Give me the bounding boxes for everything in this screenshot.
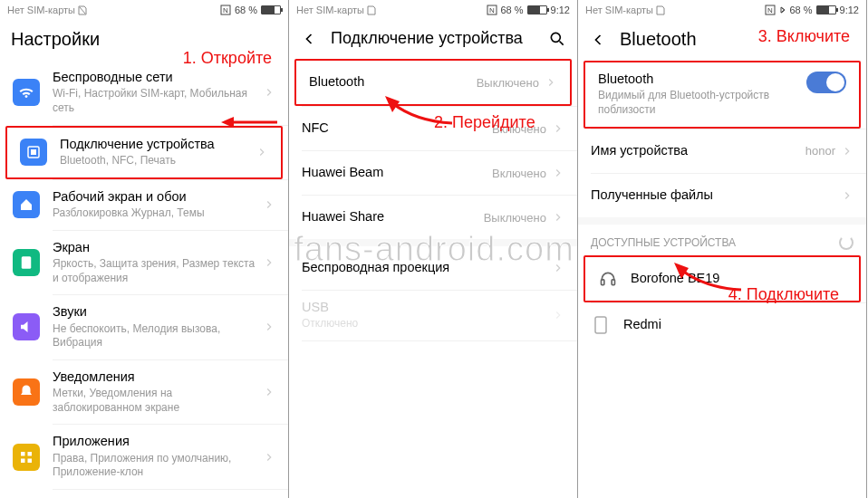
sim-status: Нет SIM-карты <box>7 5 87 15</box>
battery-icon <box>261 5 281 14</box>
row-received[interactable]: Полученные файлы <box>578 174 866 217</box>
apps-icon <box>13 444 40 471</box>
nfc-icon: N <box>220 5 231 15</box>
row-home[interactable]: Рабочий экран и обоиРазблокировка Журнал… <box>0 180 288 230</box>
svg-rect-10 <box>21 458 25 463</box>
status-bar: Нет SIM-карты N 68 % 9:12 <box>578 0 866 20</box>
bluetooth-icon <box>20 139 47 166</box>
spinner-icon <box>839 235 854 250</box>
row-wireless[interactable]: Беспроводные сетиWi-Fi, Настройки SIM-ка… <box>0 61 288 125</box>
annot-4: 4. Подключите <box>728 285 839 304</box>
status-bar: Нет SIM-карты N 68 % <box>0 0 288 20</box>
svg-rect-6 <box>31 149 36 155</box>
back-icon[interactable] <box>589 31 607 49</box>
wifi-icon <box>13 79 40 106</box>
annot-3: 3. Включите <box>758 27 850 46</box>
page-title: Подключение устройства <box>331 29 523 48</box>
svg-text:N: N <box>223 6 228 14</box>
svg-rect-7 <box>22 256 32 269</box>
row-apps[interactable]: ПриложенияПрава, Приложения по умолчанию… <box>0 425 288 489</box>
svg-line-18 <box>560 41 564 44</box>
row-battery[interactable]: БатареяРежим энергосбережения, Использов… <box>0 490 288 498</box>
svg-rect-11 <box>28 458 33 463</box>
row-beam[interactable]: Huawei Beam Включено <box>289 151 577 195</box>
row-usb: USBОтключено <box>289 291 577 340</box>
svg-rect-8 <box>21 452 25 456</box>
battery-pct: 68 % <box>235 5 257 15</box>
row-connection[interactable]: Подключение устройстваBluetooth, NFC, Пе… <box>7 128 281 177</box>
chevron-icon <box>263 86 275 99</box>
settings-list: Беспроводные сетиWi-Fi, Настройки SIM-ка… <box>0 61 288 498</box>
highlight-2: Bluetooth Выключено <box>294 59 572 106</box>
phone-icon <box>591 315 611 335</box>
annot-2: 2. Перейдите <box>434 113 535 132</box>
row-sounds[interactable]: ЗвукиНе беспокоить, Мелодия вызова, Вибр… <box>0 295 288 359</box>
svg-text:N: N <box>767 6 773 14</box>
display-icon <box>13 249 40 276</box>
section-available: ДОСТУПНЫЕ УСТРОЙСТВА <box>578 225 866 255</box>
svg-point-17 <box>551 33 560 42</box>
svg-rect-25 <box>595 317 606 333</box>
connection-pane: Нет SIM-карты N 68 % 9:12 Подключение ус… <box>289 0 578 498</box>
row-bluetooth[interactable]: Bluetooth Выключено <box>296 61 570 104</box>
sound-icon <box>13 313 40 340</box>
annot-1: 1. Откройте <box>183 49 272 68</box>
bt-status-icon <box>779 5 786 15</box>
bluetooth-pane: Нет SIM-карты N 68 % 9:12 Bluetooth 3. В… <box>578 0 867 498</box>
row-cast[interactable]: Беспроводная проекция <box>289 246 577 290</box>
highlight-1: Подключение устройстваBluetooth, NFC, Пе… <box>5 126 283 179</box>
svg-line-0 <box>80 7 85 14</box>
bell-icon <box>13 378 40 406</box>
back-icon[interactable] <box>300 30 318 48</box>
search-icon[interactable] <box>548 30 566 48</box>
row-bt-toggle[interactable]: BluetoothВидимый для Bluetooth-устройств… <box>585 62 859 127</box>
status-bar: Нет SIM-карты N 68 % 9:12 <box>289 0 577 20</box>
page-title: Настройки <box>11 29 100 50</box>
row-notif[interactable]: УведомленияМетки, Уведомления на заблоки… <box>0 360 288 425</box>
headphones-icon <box>598 269 618 289</box>
toggle-on[interactable] <box>806 72 846 93</box>
row-devname[interactable]: Имя устройства honor <box>578 129 866 173</box>
settings-pane: Нет SIM-карты N 68 % Настройки 1. Открой… <box>0 0 289 498</box>
svg-text:N: N <box>489 6 495 14</box>
device-redmi[interactable]: Redmi <box>578 303 866 347</box>
home-icon <box>13 191 40 218</box>
svg-rect-23 <box>612 279 614 284</box>
svg-rect-9 <box>28 452 33 456</box>
row-display[interactable]: ЭкранЯркость, Защита зрения, Размер текс… <box>0 231 288 295</box>
svg-rect-22 <box>602 279 604 284</box>
page-title: Bluetooth <box>620 29 697 50</box>
highlight-3: BluetoothВидимый для Bluetooth-устройств… <box>583 61 861 129</box>
row-share[interactable]: Huawei Share Выключено <box>289 196 577 239</box>
